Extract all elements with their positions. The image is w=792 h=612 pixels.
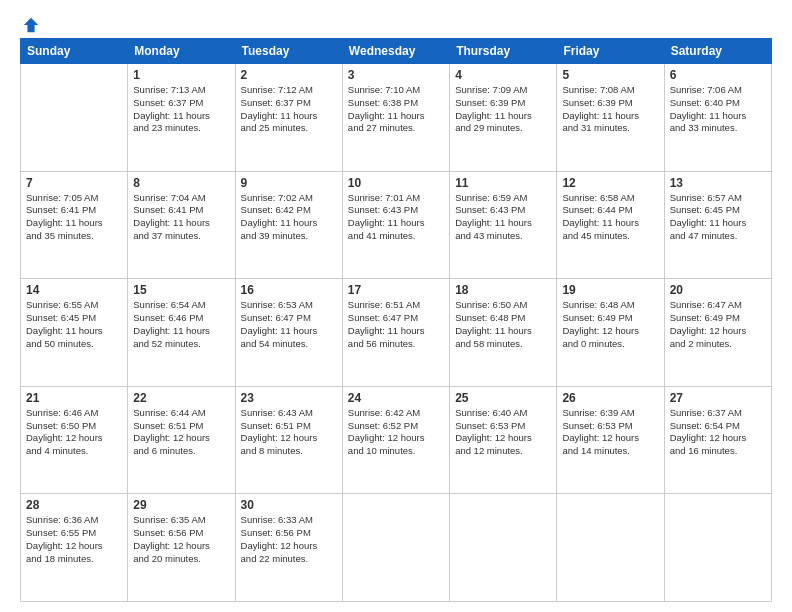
cell-info: Sunrise: 6:48 AMSunset: 6:49 PMDaylight:…	[562, 299, 658, 350]
cell-info: Sunrise: 7:09 AMSunset: 6:39 PMDaylight:…	[455, 84, 551, 135]
cell-info: Sunrise: 6:54 AMSunset: 6:46 PMDaylight:…	[133, 299, 229, 350]
day-number: 15	[133, 283, 229, 297]
weekday-header-row: SundayMondayTuesdayWednesdayThursdayFrid…	[21, 39, 772, 64]
day-number: 7	[26, 176, 122, 190]
day-number: 16	[241, 283, 337, 297]
day-number: 12	[562, 176, 658, 190]
cell-info: Sunrise: 6:46 AMSunset: 6:50 PMDaylight:…	[26, 407, 122, 458]
calendar-cell: 26Sunrise: 6:39 AMSunset: 6:53 PMDayligh…	[557, 386, 664, 494]
day-number: 20	[670, 283, 766, 297]
weekday-header-wednesday: Wednesday	[342, 39, 449, 64]
cell-info: Sunrise: 6:42 AMSunset: 6:52 PMDaylight:…	[348, 407, 444, 458]
cell-info: Sunrise: 7:12 AMSunset: 6:37 PMDaylight:…	[241, 84, 337, 135]
calendar-cell: 8Sunrise: 7:04 AMSunset: 6:41 PMDaylight…	[128, 171, 235, 279]
cell-info: Sunrise: 7:13 AMSunset: 6:37 PMDaylight:…	[133, 84, 229, 135]
calendar-cell: 5Sunrise: 7:08 AMSunset: 6:39 PMDaylight…	[557, 64, 664, 172]
calendar-cell: 17Sunrise: 6:51 AMSunset: 6:47 PMDayligh…	[342, 279, 449, 387]
day-number: 28	[26, 498, 122, 512]
calendar-cell: 23Sunrise: 6:43 AMSunset: 6:51 PMDayligh…	[235, 386, 342, 494]
calendar-cell: 29Sunrise: 6:35 AMSunset: 6:56 PMDayligh…	[128, 494, 235, 602]
calendar-cell: 6Sunrise: 7:06 AMSunset: 6:40 PMDaylight…	[664, 64, 771, 172]
calendar-cell: 4Sunrise: 7:09 AMSunset: 6:39 PMDaylight…	[450, 64, 557, 172]
calendar-cell: 16Sunrise: 6:53 AMSunset: 6:47 PMDayligh…	[235, 279, 342, 387]
cell-info: Sunrise: 6:36 AMSunset: 6:55 PMDaylight:…	[26, 514, 122, 565]
calendar-cell: 9Sunrise: 7:02 AMSunset: 6:42 PMDaylight…	[235, 171, 342, 279]
cell-info: Sunrise: 6:33 AMSunset: 6:56 PMDaylight:…	[241, 514, 337, 565]
cell-info: Sunrise: 6:55 AMSunset: 6:45 PMDaylight:…	[26, 299, 122, 350]
cell-info: Sunrise: 6:53 AMSunset: 6:47 PMDaylight:…	[241, 299, 337, 350]
cell-info: Sunrise: 6:39 AMSunset: 6:53 PMDaylight:…	[562, 407, 658, 458]
cell-info: Sunrise: 6:35 AMSunset: 6:56 PMDaylight:…	[133, 514, 229, 565]
day-number: 30	[241, 498, 337, 512]
day-number: 23	[241, 391, 337, 405]
cell-info: Sunrise: 6:58 AMSunset: 6:44 PMDaylight:…	[562, 192, 658, 243]
calendar-cell: 22Sunrise: 6:44 AMSunset: 6:51 PMDayligh…	[128, 386, 235, 494]
cell-info: Sunrise: 6:40 AMSunset: 6:53 PMDaylight:…	[455, 407, 551, 458]
calendar-cell	[557, 494, 664, 602]
cell-info: Sunrise: 7:08 AMSunset: 6:39 PMDaylight:…	[562, 84, 658, 135]
calendar-cell: 13Sunrise: 6:57 AMSunset: 6:45 PMDayligh…	[664, 171, 771, 279]
weekday-header-sunday: Sunday	[21, 39, 128, 64]
calendar-cell: 11Sunrise: 6:59 AMSunset: 6:43 PMDayligh…	[450, 171, 557, 279]
calendar-cell: 2Sunrise: 7:12 AMSunset: 6:37 PMDaylight…	[235, 64, 342, 172]
calendar-cell: 1Sunrise: 7:13 AMSunset: 6:37 PMDaylight…	[128, 64, 235, 172]
svg-marker-0	[24, 18, 38, 32]
day-number: 8	[133, 176, 229, 190]
week-row-0: 1Sunrise: 7:13 AMSunset: 6:37 PMDaylight…	[21, 64, 772, 172]
day-number: 24	[348, 391, 444, 405]
day-number: 22	[133, 391, 229, 405]
day-number: 2	[241, 68, 337, 82]
cell-info: Sunrise: 6:59 AMSunset: 6:43 PMDaylight:…	[455, 192, 551, 243]
calendar-cell: 15Sunrise: 6:54 AMSunset: 6:46 PMDayligh…	[128, 279, 235, 387]
day-number: 6	[670, 68, 766, 82]
cell-info: Sunrise: 7:01 AMSunset: 6:43 PMDaylight:…	[348, 192, 444, 243]
calendar-cell: 7Sunrise: 7:05 AMSunset: 6:41 PMDaylight…	[21, 171, 128, 279]
day-number: 21	[26, 391, 122, 405]
calendar-cell: 28Sunrise: 6:36 AMSunset: 6:55 PMDayligh…	[21, 494, 128, 602]
day-number: 3	[348, 68, 444, 82]
calendar-cell: 19Sunrise: 6:48 AMSunset: 6:49 PMDayligh…	[557, 279, 664, 387]
day-number: 26	[562, 391, 658, 405]
day-number: 1	[133, 68, 229, 82]
calendar-cell	[664, 494, 771, 602]
calendar-cell: 20Sunrise: 6:47 AMSunset: 6:49 PMDayligh…	[664, 279, 771, 387]
day-number: 11	[455, 176, 551, 190]
calendar-cell: 10Sunrise: 7:01 AMSunset: 6:43 PMDayligh…	[342, 171, 449, 279]
calendar-cell: 24Sunrise: 6:42 AMSunset: 6:52 PMDayligh…	[342, 386, 449, 494]
cell-info: Sunrise: 6:37 AMSunset: 6:54 PMDaylight:…	[670, 407, 766, 458]
day-number: 13	[670, 176, 766, 190]
week-row-2: 14Sunrise: 6:55 AMSunset: 6:45 PMDayligh…	[21, 279, 772, 387]
cell-info: Sunrise: 7:10 AMSunset: 6:38 PMDaylight:…	[348, 84, 444, 135]
weekday-header-tuesday: Tuesday	[235, 39, 342, 64]
logo	[20, 16, 40, 30]
cell-info: Sunrise: 7:05 AMSunset: 6:41 PMDaylight:…	[26, 192, 122, 243]
calendar-cell	[342, 494, 449, 602]
weekday-header-saturday: Saturday	[664, 39, 771, 64]
day-number: 14	[26, 283, 122, 297]
day-number: 29	[133, 498, 229, 512]
day-number: 25	[455, 391, 551, 405]
calendar-cell: 27Sunrise: 6:37 AMSunset: 6:54 PMDayligh…	[664, 386, 771, 494]
calendar-cell: 25Sunrise: 6:40 AMSunset: 6:53 PMDayligh…	[450, 386, 557, 494]
header	[20, 16, 772, 30]
calendar-cell: 21Sunrise: 6:46 AMSunset: 6:50 PMDayligh…	[21, 386, 128, 494]
cell-info: Sunrise: 7:04 AMSunset: 6:41 PMDaylight:…	[133, 192, 229, 243]
day-number: 27	[670, 391, 766, 405]
calendar-cell: 14Sunrise: 6:55 AMSunset: 6:45 PMDayligh…	[21, 279, 128, 387]
page: SundayMondayTuesdayWednesdayThursdayFrid…	[0, 0, 792, 612]
day-number: 18	[455, 283, 551, 297]
cell-info: Sunrise: 6:51 AMSunset: 6:47 PMDaylight:…	[348, 299, 444, 350]
calendar-cell: 30Sunrise: 6:33 AMSunset: 6:56 PMDayligh…	[235, 494, 342, 602]
cell-info: Sunrise: 6:50 AMSunset: 6:48 PMDaylight:…	[455, 299, 551, 350]
week-row-4: 28Sunrise: 6:36 AMSunset: 6:55 PMDayligh…	[21, 494, 772, 602]
calendar-cell: 18Sunrise: 6:50 AMSunset: 6:48 PMDayligh…	[450, 279, 557, 387]
cell-info: Sunrise: 6:57 AMSunset: 6:45 PMDaylight:…	[670, 192, 766, 243]
week-row-3: 21Sunrise: 6:46 AMSunset: 6:50 PMDayligh…	[21, 386, 772, 494]
calendar-cell	[450, 494, 557, 602]
day-number: 4	[455, 68, 551, 82]
day-number: 10	[348, 176, 444, 190]
calendar-cell: 12Sunrise: 6:58 AMSunset: 6:44 PMDayligh…	[557, 171, 664, 279]
cell-info: Sunrise: 6:44 AMSunset: 6:51 PMDaylight:…	[133, 407, 229, 458]
calendar-cell	[21, 64, 128, 172]
cell-info: Sunrise: 6:47 AMSunset: 6:49 PMDaylight:…	[670, 299, 766, 350]
